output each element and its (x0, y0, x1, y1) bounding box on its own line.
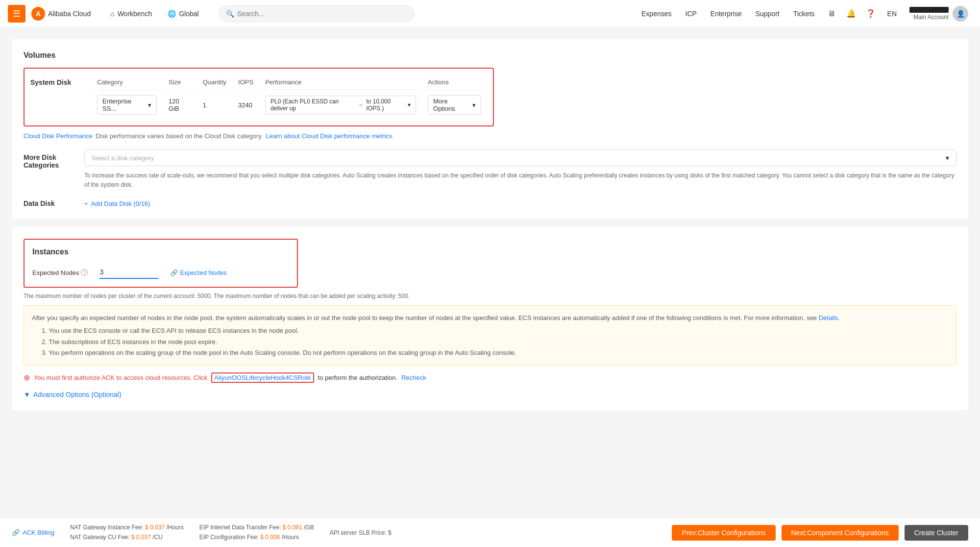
account-area[interactable]: Main Account 👤 (906, 6, 972, 22)
account-label: Main Account (913, 14, 949, 21)
data-disk-section: Data Disk + Add Data Disk (0/16) (24, 199, 956, 207)
search-bar[interactable]: 🔍 (219, 5, 415, 22)
help-icon[interactable]: ❓ (863, 6, 879, 22)
help-circle-icon[interactable]: ? (81, 269, 88, 276)
table-row: Enterprise SS... ▾ 120 GiB 1 (91, 90, 487, 120)
bell-icon[interactable]: 🔔 (843, 6, 859, 22)
col-quantity: Quantity (197, 75, 232, 90)
disk-category-cell: Enterprise SS... ▾ (91, 90, 163, 120)
disk-note-text: Disk performance varies based on the Clo… (96, 132, 263, 140)
learn-metrics-link[interactable]: Learn about Cloud Disk performance metri… (266, 132, 394, 140)
disk-quantity-value: 1 (203, 101, 206, 109)
col-category: Category (91, 75, 163, 90)
more-disk-label: More Disk Categories (24, 149, 73, 169)
info-list: 1. You use the ECS console or call the E… (32, 325, 948, 358)
data-disk-label: Data Disk (24, 199, 73, 207)
nav-workbench[interactable]: ⌂ Workbench (102, 0, 160, 27)
instances-section: Instances Expected Nodes ? 🔗 Expected No… (12, 227, 968, 410)
volumes-title: Volumes (24, 51, 956, 60)
expected-nodes-label-text: Expected Nodes (32, 269, 79, 276)
plus-icon: + (84, 200, 88, 207)
instances-highlight: Instances Expected Nodes ? 🔗 Expected No… (24, 239, 298, 288)
global-icon: 🌐 (168, 10, 176, 18)
nav-global[interactable]: 🌐 Global (160, 0, 206, 27)
disk-iops-value: 3240 (238, 101, 252, 109)
more-disk-dropdown[interactable]: Select a disk category ▾ (84, 149, 956, 166)
actions-dropdown[interactable]: More Options ▾ (428, 95, 481, 115)
nav-global-label: Global (179, 10, 198, 18)
category-dropdown[interactable]: Enterprise SS... ▾ (97, 95, 157, 115)
expected-nodes-row: Expected Nodes ? 🔗 Expected Nodes (32, 266, 289, 279)
recheck-link[interactable]: Recheck (401, 374, 426, 381)
search-icon: 🔍 (226, 10, 234, 18)
performance-dropdown[interactable]: PL0 (Each PL0 ESSD can deliver up → to 1… (265, 96, 416, 114)
add-data-disk-button[interactable]: + Add Data Disk (0/16) (84, 200, 150, 207)
account-bar (909, 7, 949, 13)
icp-link[interactable]: ICP (681, 10, 702, 18)
system-disk-label: System Disk (30, 75, 79, 86)
logo[interactable]: A Alibaba Cloud (31, 7, 91, 21)
disk-size-value: 120 (169, 98, 179, 105)
performance-suffix: to 10,000 IOPS.) (366, 98, 405, 112)
col-iops: IOPS (232, 75, 259, 90)
chevron-down-icon: ▾ (148, 101, 151, 109)
system-disk-table: Category Size Quantity IOPS Performance … (91, 75, 487, 120)
system-disk-highlight: System Disk Category Size Quantity IOPS … (24, 68, 494, 126)
expected-nodes-input[interactable] (99, 266, 158, 279)
tickets-link[interactable]: Tickets (788, 10, 820, 18)
actions-label: More Options (433, 98, 470, 112)
expected-nodes-link[interactable]: 🔗 Expected Nodes (170, 269, 226, 276)
main-content: Volumes System Disk Category Size Quanti… (0, 27, 980, 518)
hamburger-icon: ☰ (13, 8, 21, 19)
error-circle-icon: ⊗ (24, 373, 30, 382)
more-disk-section: More Disk Categories Select a disk categ… (24, 149, 956, 190)
support-link[interactable]: Support (751, 10, 784, 18)
search-input[interactable] (237, 10, 407, 18)
list-item: 2. The subscriptions of ECS instances in… (42, 337, 948, 348)
menu-button[interactable]: ☰ (8, 5, 25, 23)
lang-selector[interactable]: EN (882, 10, 902, 18)
cloud-disk-info: Cloud Disk Performance Disk performance … (24, 132, 956, 140)
chevron-down-icon: ▾ (946, 154, 949, 162)
add-data-disk-label: Add Data Disk (0/16) (91, 200, 150, 207)
header-right: Expenses ICP Enterprise Support Tickets … (637, 6, 972, 22)
advanced-options-row[interactable]: ▼ Advanced Options (Optional) (24, 391, 956, 398)
more-disk-placeholder: Select a disk category (92, 154, 154, 162)
col-performance: Performance (259, 75, 422, 90)
chevron-down-icon: ▼ (24, 391, 30, 398)
details-link[interactable]: Details. (819, 314, 840, 322)
arrow-right-icon: → (357, 101, 363, 108)
volumes-section: Volumes System Disk Category Size Quanti… (12, 39, 968, 219)
disk-performance-cell: PL0 (Each PL0 ESSD can deliver up → to 1… (259, 90, 422, 120)
auth-role-link[interactable]: AliyunOOSLifecycleHook4CSRole (211, 373, 314, 383)
disk-quantity-cell: 1 (197, 90, 232, 120)
list-item: 3. You perform operations on the scaling… (42, 348, 948, 358)
expected-nodes-link-text: Expected Nodes (180, 269, 226, 276)
category-value: Enterprise SS... (102, 98, 146, 112)
col-size: Size (163, 75, 197, 90)
cloud-disk-performance-link[interactable]: Cloud Disk Performance (24, 132, 93, 140)
header: ☰ A Alibaba Cloud ⌂ Workbench 🌐 Global 🔍… (0, 0, 980, 27)
list-item: 1. You use the ECS console or call the E… (42, 325, 948, 336)
monitor-icon[interactable]: 🖥 (824, 6, 839, 22)
avatar[interactable]: 👤 (953, 6, 968, 22)
link-icon: 🔗 (170, 269, 178, 276)
more-disk-description: To increase the success rate of scale-ou… (84, 171, 956, 190)
performance-value: PL0 (Each PL0 ESSD can deliver up (270, 98, 354, 112)
max-nodes-note: The maximum number of nodes per cluster … (24, 293, 956, 299)
chevron-down-icon: ▾ (472, 101, 476, 109)
error-row: ⊗ You must first authorize ACK to access… (24, 373, 956, 383)
col-actions: Actions (422, 75, 487, 90)
advanced-options-label: Advanced Options (Optional) (33, 391, 122, 398)
instances-title: Instances (32, 248, 289, 256)
info-intro-text: After you specify an expected number of … (32, 314, 817, 322)
error-text: You must first authorize ACK to access c… (34, 374, 207, 381)
expenses-link[interactable]: Expenses (637, 10, 676, 18)
error-suffix: to perform the authorization. (318, 374, 398, 381)
logo-icon: A (31, 7, 45, 21)
disk-size-cell: 120 GiB (163, 90, 197, 120)
disk-size-unit: GiB (169, 105, 179, 112)
chevron-down-icon: ▾ (408, 101, 411, 108)
enterprise-link[interactable]: Enterprise (706, 10, 747, 18)
home-icon: ⌂ (110, 10, 114, 18)
